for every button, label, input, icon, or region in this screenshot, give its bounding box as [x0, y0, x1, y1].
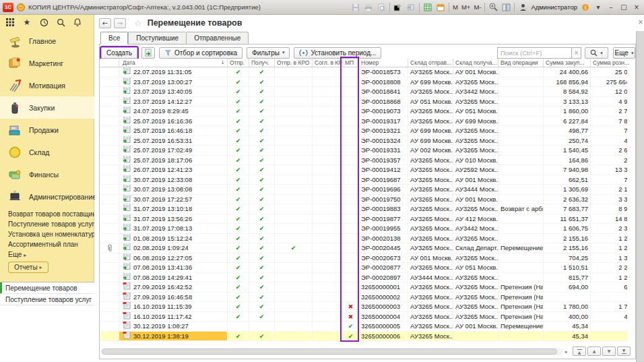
- column-header[interactable]: Получ.: [249, 59, 275, 67]
- column-header[interactable]: Склад получа...: [453, 59, 498, 67]
- search-input[interactable]: [497, 47, 571, 59]
- tab-Отправленные[interactable]: Отправленные: [186, 32, 249, 44]
- sidebar-item-marketing[interactable]: Маркетинг: [0, 52, 94, 74]
- titlebar-dropdown-icon[interactable]: ▾: [593, 3, 603, 11]
- calendar-icon[interactable]: [436, 3, 445, 12]
- sidebar-link[interactable]: Поступление товаров услуг: [0, 219, 94, 229]
- scrollbar-thumb[interactable]: [102, 349, 557, 355]
- table-row[interactable]: 30.07.2019 12:33:08✔✔ЭР-00019687АУ3265 М…: [100, 175, 627, 185]
- table-row[interactable]: 31.07.2019 13:56:26✔✔ЭР-00019877АУ3265 М…: [100, 214, 627, 224]
- table-row[interactable]: 27.09.2019 16:42:52✔✔32650000001АУ3265 М…: [100, 282, 627, 293]
- table-row[interactable]: 25.07.2019 16:53:31✔✔ЭР-00019324АУ 699 М…: [100, 136, 627, 146]
- table-row[interactable]: 23.07.2019 13:00:27✔✔ЭР-00018808АУ 699 М…: [100, 78, 627, 88]
- table-row[interactable]: 30.07.2019 17:22:57✔✔ЭР-00019750АУ3265 М…: [100, 195, 627, 205]
- table-row[interactable]: 30.12.2019 1:38:19✔✔✔32650000006АУ3265 М…: [100, 332, 627, 342]
- set-period-button[interactable]: Установить период...: [294, 47, 381, 59]
- scroll-up-button[interactable]: ▲: [587, 346, 601, 356]
- memory-m-button[interactable]: М: [453, 3, 458, 11]
- table-row[interactable]: 22.07.2019 11:31:05✔✔ЭР-00018573АУ3265 М…: [100, 67, 627, 78]
- filter-sort-button[interactable]: Отбор и сортировка: [159, 47, 243, 59]
- filters-button[interactable]: Фильтры ▾: [247, 47, 290, 59]
- print-preview-icon[interactable]: [377, 3, 386, 12]
- table-row[interactable]: 07.08.2019 13:41:36✔✔ЭР-00020877АУ3265 М…: [100, 263, 627, 273]
- sidebar-link[interactable]: Ассортиментный план: [0, 239, 94, 249]
- table-row[interactable]: 26.07.2019 12:41:23✔✔ЭР-00019412АУ3265 М…: [100, 165, 627, 175]
- column-header[interactable]: Согл. в КРО: [313, 59, 343, 67]
- column-header[interactable]: Сумма закуп...: [544, 59, 591, 67]
- maximize-window-icon[interactable]: □: [619, 3, 629, 11]
- table-row[interactable]: 23.07.2019 14:12:27✔✔ЭР-00018868АУ 051 М…: [100, 97, 627, 107]
- table-row[interactable]: 23.07.2019 13:40:05✔✔ЭР-00018841АУ3265 М…: [100, 87, 627, 97]
- forward-button[interactable]: →: [114, 18, 126, 28]
- save-icon[interactable]: [351, 3, 360, 12]
- create-button[interactable]: Создать: [101, 47, 137, 59]
- notifications-bell-icon[interactable]: [73, 18, 82, 27]
- table-row[interactable]: 24.07.2019 8:29:45✔✔ЭР-00019073АУ3265 Мо…: [100, 107, 627, 117]
- print-icon[interactable]: [364, 3, 373, 12]
- menu-grid-icon[interactable]: [5, 18, 15, 27]
- copy-document-button[interactable]: [141, 47, 155, 59]
- table-row[interactable]: 27.09.2019 16:46:58✔✔32650000002АУ3265 М…: [100, 293, 627, 303]
- column-header[interactable]: Сумма розн...: [591, 59, 637, 67]
- sidebar-link[interactable]: Установка цен номенклатуры: [0, 229, 94, 239]
- scroll-to-top-button[interactable]: ▲: [573, 346, 586, 356]
- table-row[interactable]: 31.07.2019 17:08:13✔✔ЭР-00019955АУ3265 М…: [100, 224, 627, 234]
- column-header[interactable]: МП: [343, 59, 359, 67]
- memory-m-plus-button[interactable]: М+: [461, 3, 470, 11]
- calendar-grid-icon[interactable]: [423, 3, 432, 12]
- sidebar-item-sales[interactable]: Продажи: [0, 119, 94, 141]
- search-options-button[interactable]: ▾: [585, 47, 608, 59]
- scrollbar-track[interactable]: [101, 348, 563, 355]
- column-header[interactable]: Отпр. в КРО: [275, 59, 313, 67]
- receive-file-icon[interactable]: [406, 3, 416, 12]
- open-window-item[interactable]: Перемещение товаров: [0, 282, 94, 294]
- sidebar-item-admin[interactable]: Администрирование: [0, 185, 94, 208]
- zoom-icon[interactable]: [488, 3, 498, 12]
- tab-Все[interactable]: Все: [100, 32, 128, 44]
- column-header[interactable]: Вид операции: [498, 59, 544, 67]
- minimize-window-icon[interactable]: –: [606, 3, 616, 11]
- scroll-down-button[interactable]: ▼: [602, 346, 616, 356]
- table-row[interactable]: 30.07.2019 13:08:08✔✔ЭР-00019696АУ3265 М…: [100, 185, 627, 195]
- scroll-right-icon[interactable]: ▸: [565, 349, 568, 355]
- favorite-star-icon[interactable]: ☆: [134, 18, 142, 28]
- table-row[interactable]: 25.07.2019 16:16:36✔✔ЭР-00019317АУ3265 М…: [100, 117, 627, 127]
- sidebar-item-lamp[interactable]: Главное: [0, 30, 94, 52]
- table-row[interactable]: 16.10.2019 11:15:39✔✔✖32650000003АУ3265 …: [100, 302, 627, 312]
- open-window-item[interactable]: Поступление товаров услуг: [0, 294, 94, 305]
- back-button[interactable]: ←: [99, 18, 111, 28]
- search-icon[interactable]: [56, 18, 65, 27]
- sidebar-more-link[interactable]: Еще ▸: [0, 249, 26, 260]
- table-row[interactable]: 01.08.2019 15:12:24✔✔ЭР-00020138АУ3265 М…: [100, 234, 627, 244]
- current-user-label[interactable]: Администратор: [531, 3, 577, 11]
- memory-m-minus-button[interactable]: М-: [474, 3, 481, 11]
- table-row[interactable]: 25.07.2019 16:46:18✔✔ЭР-00019321АУ 699 М…: [100, 126, 627, 136]
- horizontal-scrollbar[interactable]: ▸: [101, 347, 573, 356]
- table-row[interactable]: 25.07.2019 18:17:06✔✔ЭР-00019357АУ3265 М…: [100, 156, 627, 166]
- table-row[interactable]: 07.08.2019 14:29:41✔✔ЭР-00020897АУ3444 М…: [100, 273, 627, 283]
- send-file-icon[interactable]: [393, 3, 403, 12]
- tab-Поступившие[interactable]: Поступившие: [128, 32, 186, 44]
- sidebar-item-finance[interactable]: Финансы: [0, 163, 94, 185]
- column-header[interactable]: Отпр.: [228, 59, 249, 67]
- table-row[interactable]: 02.08.2019 1:09:24✔✔✔ЭР-00020445АУ3265 М…: [100, 243, 627, 253]
- sidebar-item-warehouse[interactable]: Склад: [0, 141, 94, 163]
- table-row[interactable]: 06.08.2019 12:27:05✔✔ЭР-00020673АУ 001 М…: [100, 253, 627, 264]
- clear-search-icon[interactable]: ×: [571, 47, 581, 59]
- column-header[interactable]: Дата↓: [119, 59, 228, 67]
- table-row[interactable]: 16.10.2019 11:17:42✔✔✖32650000004АУ3265 …: [100, 312, 627, 322]
- favorites-star-icon[interactable]: ★: [22, 18, 32, 27]
- table-row[interactable]: 25.07.2019 17:02:49✔✔ЭР-00019331АУ 002 М…: [100, 146, 627, 156]
- close-window-icon[interactable]: ×: [632, 3, 641, 11]
- column-header[interactable]: Номер: [359, 59, 408, 67]
- table-row[interactable]: 31.07.2019 13:10:18✔✔ЭР-00019883АУ3265 М…: [100, 204, 627, 214]
- history-icon[interactable]: [39, 18, 49, 27]
- sidebar-item-purchases[interactable]: Закупки: [0, 96, 94, 119]
- close-form-icon[interactable]: ×: [636, 17, 644, 26]
- scroll-to-bottom-button[interactable]: ▼: [617, 346, 631, 356]
- sidebar-item-motivation[interactable]: Мотивация: [0, 74, 94, 96]
- more-button[interactable]: Еще ▾: [613, 47, 635, 59]
- info-icon[interactable]: i: [581, 3, 590, 12]
- table-row[interactable]: 30.12.2019 1:08:27✔32650000005АУ3265 Мос…: [100, 322, 627, 332]
- reports-button[interactable]: Отчеты ▸: [8, 262, 49, 273]
